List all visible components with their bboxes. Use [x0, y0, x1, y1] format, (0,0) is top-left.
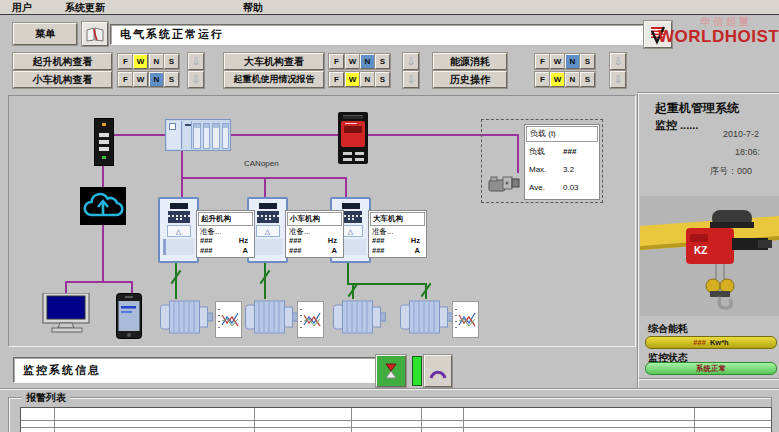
fwns-energy-n[interactable]: N: [565, 54, 580, 69]
book-icon: [86, 27, 104, 42]
drive-current-value: ###: [289, 246, 302, 256]
fwns-report-f[interactable]: F: [329, 72, 344, 87]
fwns-hoist-n[interactable]: N: [149, 54, 164, 69]
hoist-download-button[interactable]: ⇩: [188, 53, 204, 70]
trend-curve-button[interactable]: [424, 355, 452, 387]
drive-frequency-value: ###: [289, 236, 302, 246]
bus-line: [229, 134, 338, 136]
load-panel-header: 负载 (t): [526, 126, 598, 142]
radio-remote-icon: [338, 112, 368, 164]
drive-frequency-value: ###: [372, 236, 385, 246]
bus-line: [181, 149, 183, 177]
fwns-energy-s[interactable]: S: [580, 54, 595, 69]
monitor-info-field[interactable]: 监控系统信息: [13, 357, 376, 383]
load-value: ###: [563, 143, 576, 161]
load-cell-icon: [487, 171, 521, 195]
drive-title: 大车机构: [370, 212, 425, 226]
fwns-hoist-s[interactable]: S: [164, 54, 179, 69]
bus-line: [102, 164, 104, 187]
trend-chart-icon: [297, 301, 324, 338]
menu-user[interactable]: 用户: [12, 1, 32, 15]
energy-unit: Kw*h: [710, 338, 729, 347]
status-value: 系统正常: [696, 364, 726, 374]
fwns-history-f[interactable]: F: [535, 72, 550, 87]
report-download-button[interactable]: ⇩: [403, 71, 419, 88]
drive-frequency-value: ###: [200, 236, 213, 246]
nav-gantry-view-button[interactable]: 大车机构查看: [224, 53, 324, 70]
energy-value: ###: [693, 338, 706, 347]
triangle-up-icon: △: [256, 225, 280, 237]
fwns-history-s[interactable]: S: [580, 72, 595, 87]
load-info-panel: 负载 (t) 负载### Max.3.2 Ave.0.03: [524, 124, 600, 200]
fwns-energy-w[interactable]: W: [550, 54, 565, 69]
drive-info-hoist: 起升机构 准备... ###Hz ###A: [196, 210, 255, 258]
time-display: 18:06:: [735, 147, 760, 157]
bus-line: [65, 281, 133, 283]
energy-download-button[interactable]: ⇩: [610, 53, 626, 70]
nav-usage-report-button[interactable]: 起重机使用情况报告: [224, 71, 324, 88]
trend-chart-icon: [452, 301, 479, 338]
fwns-gantry-w[interactable]: W: [345, 54, 360, 69]
menu-bar: 用户 系统更新 帮助: [0, 0, 779, 15]
load-max-value: 3.2: [563, 161, 574, 179]
nav-history-button[interactable]: 历史操作: [433, 71, 507, 88]
down-arrow-icon: ⇩: [407, 75, 415, 85]
alarm-list-title: 报警列表: [22, 391, 70, 405]
trolley-download-button[interactable]: ⇩: [188, 71, 204, 88]
drive-status: 准备...: [286, 227, 343, 236]
triangle-up-icon: △: [167, 225, 191, 237]
down-arrow-icon: ⇩: [614, 57, 622, 67]
drive-current-unit: A: [415, 246, 420, 256]
fwns-trolley-n[interactable]: N: [149, 72, 164, 87]
energy-label: 综合能耗: [648, 322, 688, 336]
fwns-report-w[interactable]: W: [345, 72, 360, 87]
brand-logo: WORLDHOIST: [658, 27, 779, 47]
motor-gantry-left-icon: [333, 299, 387, 335]
fwns-report-s[interactable]: S: [375, 72, 390, 87]
nav-trolley-view-button[interactable]: 小车机构查看: [13, 71, 112, 88]
gantry-download-button[interactable]: ⇩: [403, 53, 419, 70]
desktop-computer-icon: [40, 293, 96, 335]
sidebar-subtitle: 监控 ......: [655, 118, 698, 133]
fwns-hoist-w[interactable]: W: [133, 54, 148, 69]
menu-help[interactable]: 帮助: [243, 1, 263, 15]
bus-line: [112, 134, 165, 136]
fwns-hoist-f[interactable]: F: [118, 54, 133, 69]
history-download-button[interactable]: ⇩: [610, 71, 626, 88]
run-indicator: [412, 356, 422, 386]
motor-trolley-icon: [245, 299, 299, 335]
drive-info-gantry: 大车机构 准备... ###Hz ###A: [368, 210, 427, 258]
sidebar-title: 起重机管理系统: [655, 100, 739, 117]
fwns-trolley-w[interactable]: W: [133, 72, 148, 87]
logbook-button[interactable]: [82, 22, 108, 46]
energy-bar: ### Kw*h: [645, 336, 777, 349]
down-arrow-icon: ⇩: [192, 57, 200, 67]
canopen-label: CANopen: [244, 159, 279, 168]
system-status-field[interactable]: 电气系统正常运行: [110, 24, 649, 45]
fwns-gantry-f[interactable]: F: [329, 54, 344, 69]
nav-hoist-view-button[interactable]: 起升机构查看: [13, 53, 112, 70]
fwns-trolley-s[interactable]: S: [164, 72, 179, 87]
fwns-report-n[interactable]: N: [360, 72, 375, 87]
bus-line: [102, 225, 104, 283]
drive-current-unit: A: [243, 246, 248, 256]
bus-line: [345, 177, 347, 197]
drive-frequency-unit: Hz: [411, 236, 420, 246]
fwns-gantry-s[interactable]: S: [375, 54, 390, 69]
plc-icon: [165, 119, 231, 151]
crane-photo: KZ: [640, 196, 779, 316]
fwns-gantry-n[interactable]: N: [360, 54, 375, 69]
fwns-history-w[interactable]: W: [550, 72, 565, 87]
alarm-ack-button[interactable]: [376, 355, 406, 387]
fwns-energy-f[interactable]: F: [535, 54, 550, 69]
application-window: 用户 系统更新 帮助 菜单 电气系统正常运行 起升机构查看 F W N S ⇩ …: [0, 0, 779, 432]
fwns-history-n[interactable]: N: [565, 72, 580, 87]
menu-button[interactable]: 菜单: [13, 23, 77, 45]
power-line: [347, 283, 427, 285]
nav-energy-button[interactable]: 能源消耗: [433, 53, 507, 70]
menu-system-update[interactable]: 系统更新: [65, 1, 105, 15]
bus-line: [264, 177, 266, 197]
fwns-trolley-f[interactable]: F: [118, 72, 133, 87]
smartphone-icon: [116, 293, 142, 339]
alarm-table[interactable]: [20, 407, 772, 432]
